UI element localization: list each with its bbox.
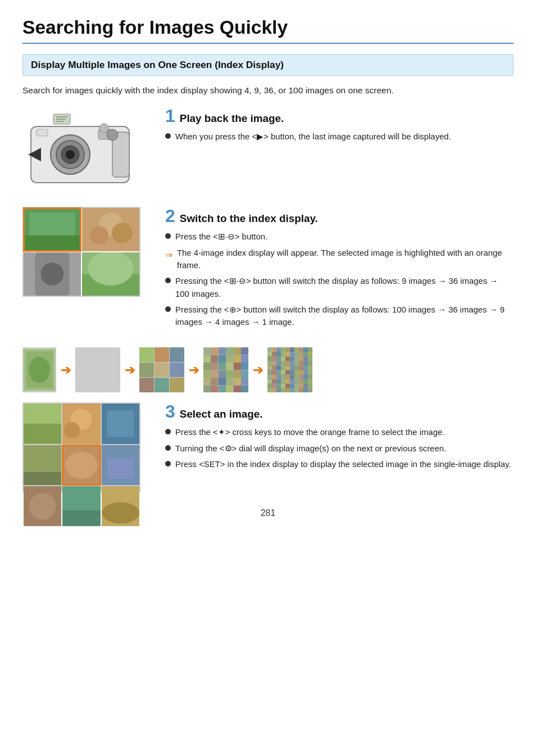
ngc-1 xyxy=(24,404,61,443)
svg-point-45 xyxy=(29,493,56,520)
index-100-thumb xyxy=(267,347,312,392)
step-2-bullet-2: ⇒ The 4-image index display will appear.… xyxy=(165,247,514,272)
step-2-number: 2 xyxy=(165,207,175,225)
grid-cell-2 xyxy=(82,208,139,251)
ngc-6 xyxy=(102,445,139,485)
arrow-2-icon: ➔ xyxy=(125,363,135,378)
bullet-dot-icon xyxy=(165,461,171,467)
svg-point-5 xyxy=(66,150,75,159)
svg-point-35 xyxy=(64,423,80,439)
step-3-bullets: Press the <✦> cross keys to move the ora… xyxy=(165,426,514,470)
step-3-bullet-2-text: Turning the <⚙> dial will display image(… xyxy=(175,442,446,455)
bullet-dot-icon xyxy=(165,233,171,239)
step-1-bullets: When you press the <▶> button, the last … xyxy=(165,130,514,143)
index-9-thumb xyxy=(139,347,184,392)
step-3-image xyxy=(22,402,152,492)
step-2-bullet-4-text: Pressing the <⊕> button will switch the … xyxy=(175,304,514,329)
arrow-1-icon: ➔ xyxy=(61,363,71,378)
step-2-bullet-3: Pressing the <⊞·⊖> button will switch th… xyxy=(165,275,514,300)
bullet-dot-icon xyxy=(165,306,171,312)
step-3-bullet-2: Turning the <⚙> dial will display image(… xyxy=(165,442,514,455)
step-3-heading: 3 Select an image. xyxy=(165,402,514,420)
ngc-7 xyxy=(24,486,61,526)
step-3-block: 3 Select an image. Press the <✦> cross k… xyxy=(22,402,514,492)
grid-cell-1 xyxy=(24,208,81,251)
ngc-2 xyxy=(62,404,100,443)
svg-rect-39 xyxy=(24,472,61,485)
step-3-title: Select an image. xyxy=(180,408,263,420)
svg-rect-7 xyxy=(37,129,48,136)
arrow-3-icon: ➔ xyxy=(189,363,199,378)
ngc-4 xyxy=(24,445,61,485)
ngc-8 xyxy=(62,486,100,526)
four-image-grid xyxy=(22,207,140,297)
step-2-bullet-1-text: Press the <⊞·⊖> button. xyxy=(175,230,267,243)
step-2-bullet-2-text: The 4-image index display will appear. T… xyxy=(177,247,514,272)
svg-point-30 xyxy=(29,357,49,383)
step-2-bullet-3-text: Pressing the <⊞·⊖> button will switch th… xyxy=(175,275,514,300)
index-single-thumb xyxy=(22,347,56,392)
step-3-bullet-1-text: Press the <✦> cross keys to move the ora… xyxy=(175,426,444,438)
step-1-title: Play back the image. xyxy=(180,112,284,125)
svg-point-9 xyxy=(99,124,108,133)
svg-rect-16 xyxy=(24,236,81,251)
step-1-bullet-1: When you press the <▶> button, the last … xyxy=(165,130,514,143)
bullet-dot-icon xyxy=(165,445,171,451)
svg-point-41 xyxy=(65,452,97,479)
index-4-thumb xyxy=(75,347,120,392)
ngc-9 xyxy=(102,486,139,526)
step-2-bullet-4: Pressing the <⊕> button will switch the … xyxy=(165,304,514,329)
svg-point-20 xyxy=(90,227,108,245)
svg-rect-37 xyxy=(107,410,134,437)
bullet-dot-icon xyxy=(165,278,171,283)
svg-point-24 xyxy=(41,262,64,286)
step-1-bullet-1-text: When you press the <▶> button, the last … xyxy=(175,130,451,143)
step-2-block: 2 Switch to the index display. Press the… xyxy=(22,207,514,332)
step-1-content: 1 Play back the image. When you press th… xyxy=(165,107,514,146)
arrow-icon: ⇒ xyxy=(165,248,172,262)
step-2-content: 2 Switch to the index display. Press the… xyxy=(165,207,514,332)
step-1-number: 1 xyxy=(165,107,175,125)
step-2-bullets: Press the <⊞·⊖> button. ⇒ The 4-image in… xyxy=(165,230,514,328)
step-2-title: Switch to the index display. xyxy=(180,212,318,225)
section-title: Display Multiple Images on One Screen (I… xyxy=(22,54,514,76)
step-3-number: 3 xyxy=(165,402,175,420)
step-2-image xyxy=(22,207,152,297)
page-title: Searching for Images Quickly xyxy=(22,17,514,44)
step-2-bullet-1: Press the <⊞·⊖> button. xyxy=(165,230,514,243)
step-1-block: 1 Play back the image. When you press th… xyxy=(22,107,514,191)
svg-point-8 xyxy=(107,129,118,141)
grid-cell-3 xyxy=(24,252,81,296)
step-3-bullet-1: Press the <✦> cross keys to move the ora… xyxy=(165,426,514,438)
arrow-4-icon: ➔ xyxy=(253,363,263,378)
index-progression-row: ➔ ➔ ➔ ➔ xyxy=(22,347,514,392)
index-36-thumb xyxy=(203,347,248,392)
step-1-heading: 1 Play back the image. xyxy=(165,107,514,125)
step-3-content: 3 Select an image. Press the <✦> cross k… xyxy=(165,402,514,474)
nine-image-grid xyxy=(22,402,140,492)
step-1-image xyxy=(22,107,152,191)
ngc-3 xyxy=(102,404,139,443)
svg-point-49 xyxy=(102,503,139,524)
bullet-dot-icon xyxy=(165,429,171,434)
step-3-bullet-3: Press <SET> in the index display to disp… xyxy=(165,458,514,470)
svg-rect-43 xyxy=(107,459,134,479)
grid-cell-4 xyxy=(82,252,139,296)
svg-rect-17 xyxy=(29,212,75,236)
bullet-dot-icon xyxy=(165,133,171,139)
ngc-5-selected xyxy=(62,445,100,485)
svg-point-21 xyxy=(112,223,133,244)
svg-rect-32 xyxy=(24,424,61,444)
intro-text: Search for images quickly with the index… xyxy=(22,84,514,97)
camera-illustration xyxy=(22,107,140,191)
svg-rect-47 xyxy=(62,510,100,527)
step-3-bullet-3-text: Press <SET> in the index display to disp… xyxy=(175,458,511,470)
step-2-heading: 2 Switch to the index display. xyxy=(165,207,514,225)
svg-point-27 xyxy=(88,252,134,286)
